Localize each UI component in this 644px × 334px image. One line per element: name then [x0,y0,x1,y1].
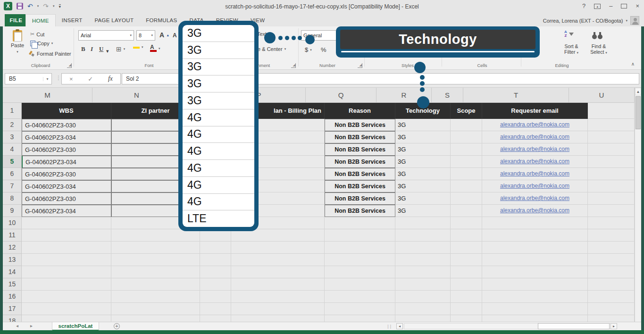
underline-dropdown-arrow[interactable]: ▾ [106,48,109,54]
number-dialog-launcher-icon[interactable]: ◢ [358,63,362,68]
cell[interactable] [111,291,200,303]
email-link[interactable]: alexandra.orbe@nokia.com [482,131,587,143]
cell[interactable] [588,278,635,291]
cell[interactable] [325,266,395,278]
redo-icon[interactable]: ↷ [43,3,49,9]
sheet-nav-right-icon[interactable]: ▸ [30,323,33,328]
dropdown-option[interactable]: 4G [183,109,254,126]
row-number[interactable]: 13 [3,254,22,266]
cell-wbs[interactable]: G-040602PZ3-030 [22,119,111,131]
user-dropdown-arrow[interactable]: ▾ [626,19,627,23]
cell[interactable] [395,303,451,315]
vertical-scroll-thumb[interactable] [636,96,641,129]
cell[interactable] [231,254,325,266]
cell-wbs[interactable]: G-040602PZ3-034 [22,131,111,143]
grow-font-button[interactable]: A▲ [159,31,169,39]
cell-reason[interactable]: Non B2B Services [325,143,395,156]
cell[interactable] [22,254,111,266]
scroll-left-icon[interactable]: ◂ [396,323,403,329]
cell[interactable] [482,242,588,254]
dropdown-option[interactable]: 3G [183,59,254,76]
ribbon-tab[interactable]: PAGE LAYOUT [88,14,140,26]
cell-requester-email[interactable]: alexandra.orbe@nokia.com [482,131,588,143]
new-sheet-icon[interactable]: + [114,323,120,329]
cell[interactable] [482,291,588,303]
column-header[interactable]: M [3,88,92,103]
cell[interactable] [395,315,451,322]
cell[interactable] [325,217,395,229]
cell[interactable] [325,278,395,291]
name-box-arrow[interactable]: ▾ [43,77,51,81]
dropdown-option[interactable]: 4G [183,126,254,143]
bold-button[interactable]: B [81,45,85,53]
italic-button[interactable]: I [91,45,93,53]
cell[interactable] [482,217,588,229]
borders-button[interactable]: ⊞ ▾ [116,45,125,53]
email-link[interactable]: alexandra.orbe@nokia.com [482,168,587,180]
paste-button[interactable]: Paste ▾ [7,29,28,63]
fill-color-arrow[interactable]: ▾ [142,45,143,49]
cell[interactable] [482,229,588,242]
cell[interactable] [588,242,635,254]
cell[interactable] [231,291,325,303]
row-number[interactable]: 8 [3,192,22,205]
fill-color-button[interactable]: ▾ [133,45,143,49]
cell[interactable] [22,266,111,278]
email-link[interactable]: alexandra.orbe@nokia.com [482,205,587,217]
row-number[interactable]: 12 [3,242,22,254]
cell-empty[interactable] [588,168,635,180]
help-icon[interactable]: ? [582,3,585,9]
cell-scope[interactable] [451,143,482,156]
ribbon-display-options-icon[interactable]: ▴ [594,4,601,9]
horizontal-scroll-thumb[interactable] [538,323,610,329]
email-link[interactable]: alexandra.orbe@nokia.com [482,119,587,131]
cancel-entry-icon[interactable]: × [69,75,73,83]
name-box[interactable]: B5 ▾ [5,73,52,84]
ribbon-tab[interactable]: INSERT [56,14,89,26]
undo-dropdown-arrow[interactable]: ▾ [37,4,39,8]
format-painter-button[interactable]: Format Painter [29,51,71,57]
cell[interactable] [231,315,325,322]
header-cell-requester-email[interactable]: Requester email [482,103,588,119]
cell[interactable] [482,278,588,291]
cell[interactable] [482,254,588,266]
cell-scope[interactable] [451,205,482,217]
cell[interactable] [325,229,395,242]
cell[interactable] [111,315,200,322]
row-number[interactable]: 16 [3,291,22,303]
cell-wbs[interactable]: G-040602PZ3-034 [22,180,111,192]
cell-wbs[interactable]: G-040602PZ3-034 [22,156,111,168]
cell-empty[interactable] [588,156,635,168]
cell[interactable] [395,254,451,266]
cell[interactable] [325,291,395,303]
dropdown-option[interactable]: 4G [183,160,254,177]
cell[interactable] [22,315,111,322]
email-link[interactable]: alexandra.orbe@nokia.com [482,180,587,192]
cell[interactable] [395,242,451,254]
sort-filter-arrow[interactable]: ▾ [577,51,578,54]
cell[interactable] [231,278,325,291]
alignment-dialog-launcher-icon[interactable]: ◢ [291,63,296,68]
cell[interactable] [325,303,395,315]
cell-scope[interactable] [451,119,482,131]
cell[interactable] [395,229,451,242]
cell[interactable] [588,303,635,315]
cell-technology[interactable]: 3G [395,192,451,205]
cell-technology[interactable]: 3G [395,131,451,143]
row-number[interactable]: 14 [3,266,22,278]
cell-reason[interactable]: Non B2B Services [325,180,395,192]
cell-requester-email[interactable]: alexandra.orbe@nokia.com [482,143,588,156]
cell[interactable] [22,217,111,229]
cell-technology[interactable]: 3G [395,119,451,131]
cell[interactable] [588,315,635,322]
cell-scope[interactable] [451,131,482,143]
dropdown-option[interactable]: 3G [183,25,254,42]
cell[interactable] [451,254,482,266]
header-cell-empty[interactable] [588,103,635,119]
dropdown-option[interactable]: 4G [183,194,254,211]
cell[interactable] [22,278,111,291]
enter-entry-icon[interactable]: ✓ [88,75,93,83]
clipboard-dialog-launcher-icon[interactable]: ◢ [67,63,72,68]
cell-reason[interactable]: Non B2B Services [325,168,395,180]
borders-dropdown-arrow[interactable]: ▾ [124,47,125,51]
